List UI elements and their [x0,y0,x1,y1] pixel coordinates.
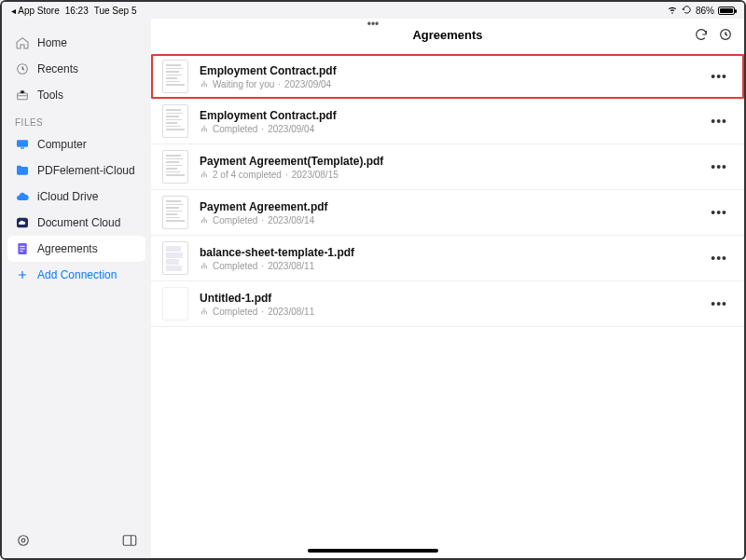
file-meta: 2 of 4 completed · 2023/08/15 [200,170,698,180]
wifi-icon [667,4,678,17]
home-icon [15,35,30,50]
sidebar-item-computer[interactable]: Computer [2,131,151,157]
file-meta: Completed · 2023/08/14 [200,215,698,225]
file-row[interactable]: Payment Agreement.pdfCompleted · 2023/08… [151,190,744,236]
more-actions-button[interactable]: ••• [709,296,729,311]
file-name: Employment Contract.pdf [200,64,698,77]
file-info: Untitled-1.pdfCompleted · 2023/08/11 [200,292,698,317]
status-bar: ◂ App Store 16:23 Tue Sep 5 86% [2,2,744,19]
sidebar-item-pdfelement-icloud[interactable]: PDFelement-iCloud [2,157,151,184]
page-title: Agreements [412,28,482,42]
sidebar-item-recents[interactable]: Recents [2,56,151,82]
sidebar-item-label: Recents [37,62,78,75]
computer-icon [15,137,30,152]
signature-status-icon [200,261,209,270]
statusbar-time: 16:23 [65,6,89,16]
settings-gear-icon[interactable] [15,532,32,549]
svg-rect-2 [17,140,28,146]
file-status: Waiting for you [213,79,274,89]
header: Agreements [151,19,744,50]
file-list: Employment Contract.pdfWaiting for you ·… [151,50,744,327]
file-thumbnail [162,150,188,184]
sidebar-item-agreements[interactable]: Agreements [7,236,145,262]
file-date: 2023/08/15 [292,170,338,180]
sidebar-item-icloud-drive[interactable]: iCloud Drive [2,184,151,210]
more-actions-button[interactable]: ••• [709,159,729,174]
file-thumbnail [162,60,188,93]
signature-status-icon [200,307,209,316]
clock-icon [15,61,30,76]
home-indicator[interactable] [308,549,438,553]
file-status: Completed [213,307,257,317]
file-meta: Waiting for you · 2023/09/04 [200,79,698,89]
more-actions-button[interactable]: ••• [709,251,729,266]
agreement-icon [15,241,30,256]
file-row[interactable]: Untitled-1.pdfCompleted · 2023/08/11••• [151,281,744,327]
file-status: Completed [213,124,257,134]
sidebar-item-tools[interactable]: Tools [2,82,151,108]
svg-rect-3 [21,147,24,148]
svg-rect-8 [123,536,136,546]
sidebar-add-connection[interactable]: Add Connection [2,262,151,288]
file-name: Payment Agreement.pdf [200,200,698,213]
file-status: Completed [213,215,257,225]
signature-status-icon [200,124,209,133]
file-row[interactable]: balance-sheet-template-1.pdfCompleted · … [151,236,744,281]
file-status: Completed [213,261,257,271]
history-icon[interactable] [718,27,733,42]
sidebar-item-label: Tools [37,89,63,102]
back-to-app[interactable]: ◂ App Store [11,6,60,16]
file-name: balance-sheet-template-1.pdf [200,246,698,259]
svg-rect-1 [18,93,28,100]
main-panel: Agreements Employment Contract.pdfWaitin… [151,19,744,558]
file-name: Employment Contract.pdf [200,109,698,122]
file-meta: Completed · 2023/08/11 [200,261,698,271]
cloud-icon [15,215,30,230]
sidebar-section-files: FILES [2,108,151,131]
file-row[interactable]: Employment Contract.pdfWaiting for you ·… [151,54,744,99]
file-info: balance-sheet-template-1.pdfCompleted · … [200,246,698,271]
sidebar-toggle-icon[interactable] [121,532,138,549]
file-thumbnail [162,104,188,138]
file-status: 2 of 4 completed [213,170,282,180]
sidebar-item-label: Computer [37,138,87,151]
file-info: Employment Contract.pdfWaiting for you ·… [200,64,698,89]
signature-status-icon [200,170,209,179]
file-meta: Completed · 2023/08/11 [200,307,698,317]
sidebar-item-label: Document Cloud [37,216,120,229]
signature-status-icon [200,79,209,89]
plus-icon [15,267,30,282]
sidebar-item-label: PDFelement-iCloud [37,164,135,177]
orientation-lock-icon [682,5,692,17]
file-row[interactable]: Payment Agreement(Template).pdf2 of 4 co… [151,144,744,190]
file-info: Payment Agreement.pdfCompleted · 2023/08… [200,200,698,225]
toolbox-icon [15,88,30,102]
file-name: Untitled-1.pdf [200,292,698,305]
svg-point-6 [19,536,29,546]
sidebar-item-label: iCloud Drive [37,190,98,203]
sidebar: Home Recents Tools FILES Computer [2,19,151,558]
file-info: Payment Agreement(Template).pdf2 of 4 co… [200,155,698,180]
statusbar-date: Tue Sep 5 [94,6,137,16]
file-row[interactable]: Employment Contract.pdfCompleted · 2023/… [151,99,744,144]
file-thumbnail [162,196,188,229]
more-actions-button[interactable]: ••• [709,205,729,220]
refresh-icon[interactable] [694,27,709,42]
sidebar-item-label: Add Connection [37,268,117,281]
sidebar-item-document-cloud[interactable]: Document Cloud [2,210,151,236]
more-actions-button[interactable]: ••• [709,114,729,129]
file-date: 2023/08/11 [268,261,314,271]
file-thumbnail [162,287,188,321]
file-date: 2023/08/11 [268,307,314,317]
battery-icon [718,7,735,15]
file-date: 2023/08/14 [268,215,314,225]
file-meta: Completed · 2023/09/04 [200,124,698,134]
signature-status-icon [200,215,209,225]
svg-point-7 [21,539,25,542]
folder-icon [15,163,30,178]
more-actions-button[interactable]: ••• [709,69,729,84]
file-name: Payment Agreement(Template).pdf [200,155,698,168]
sidebar-item-label: Agreements [37,242,98,255]
icloud-icon [15,189,30,204]
sidebar-item-home[interactable]: Home [2,30,151,56]
